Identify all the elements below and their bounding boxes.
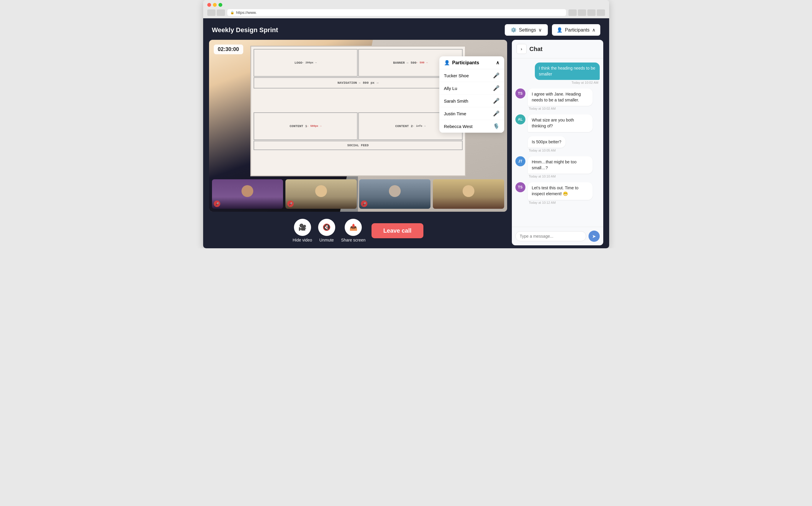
whiteboard-grid: LOGO← 200px → BANNER ← 500← 500 → NAVIGA… (251, 47, 465, 175)
nav-squares-2 (217, 9, 225, 16)
settings-button[interactable]: ⚙️ Settings ∨ (505, 24, 548, 36)
controls-bar: 🎥 Hide video 🔇 Unmute 📤 Share screen Lea… (209, 215, 507, 245)
avatar-justin: JT (515, 156, 525, 166)
participants-dropdown[interactable]: 👤 Participants ∧ (552, 24, 600, 36)
mute-icon-3: 🎤 (361, 200, 367, 207)
close-dot[interactable] (207, 3, 211, 7)
share-screen-icon: 📤 (345, 219, 362, 236)
chat-messages: I think the heading needs to be smaller … (512, 58, 603, 227)
whiteboard: LOGO← 200px → BANNER ← 500← 500 → NAVIGA… (250, 46, 466, 176)
send-button[interactable]: ➤ (589, 231, 600, 242)
meeting-timer: 02:30:00 (214, 45, 243, 54)
participant-name-sarah: Sarah Smith (444, 98, 493, 103)
window-control-dots (207, 3, 222, 7)
mic-muted-icon-ally: 🎤 (493, 85, 500, 91)
share-screen-label: Share screen (341, 238, 366, 242)
avatar-ally: AL (515, 114, 525, 124)
mute-icon: 🔇 (318, 219, 335, 236)
chevron-down-icon: ∨ (538, 27, 542, 33)
participant-row-sarah: Sarah Smith 🎤 (439, 95, 504, 107)
wb-cell-logo: LOGO← 200px → (254, 49, 358, 77)
participant-name-ally: Ally Lu (444, 86, 493, 91)
chevron-right-icon: › (521, 47, 522, 51)
message-content-3: What size are you both thinking of? (528, 114, 593, 132)
avatar-tucker-2: TS (515, 182, 525, 192)
avatar-tucker: TS (515, 88, 525, 98)
participant-row-tucker: Tucker Shoe 🎤 (439, 69, 504, 82)
unmute-label: Unmute (319, 238, 334, 242)
chat-message-6: TS Let's test this out. Time to inspect … (515, 182, 600, 204)
app-container: Weekly Design Sprint ⚙️ Settings ∨ 👤 Par… (203, 18, 609, 248)
message-content-6: Let's test this out. Time to inspect ele… (528, 182, 593, 204)
browser-window: 🔒 https://www. Weekly Design Sprint ⚙️ S… (203, 0, 609, 248)
nav-buttons (207, 9, 225, 16)
participants-icon: 👤 (557, 27, 562, 33)
mic-muted-icon-justin: 🎤 (493, 110, 500, 117)
maximize-dot[interactable] (218, 3, 222, 7)
chat-header: › Chat (512, 40, 603, 58)
main-video: LOGO← 200px → BANNER ← 500← 500 → NAVIGA… (209, 40, 507, 212)
browser-toolbar: 🔒 https://www. (203, 9, 609, 18)
message-bubble-2: I agree with Jane. Heading needs to be a… (528, 88, 593, 106)
minimize-dot[interactable] (213, 3, 217, 7)
participant-thumbnail-2: 🎤 (285, 179, 357, 209)
message-bubble-3: What size are you both thinking of? (528, 114, 593, 132)
hide-video-button[interactable]: 🎥 Hide video (292, 219, 312, 242)
chat-panel: › Chat I think the heading needs to be s… (512, 40, 603, 245)
share-screen-button[interactable]: 📤 Share screen (341, 219, 366, 242)
message-bubble-6: Let's test this out. Time to inspect ele… (528, 182, 593, 200)
message-bubble-4: Is 500px better? (528, 136, 565, 148)
address-bar[interactable]: 🔒 https://www. (227, 9, 566, 16)
meeting-title: Weekly Design Sprint (212, 26, 501, 34)
message-time-1: Today at 10:02 AM (570, 81, 600, 84)
participants-label: Participants (565, 27, 590, 33)
chat-message-1: I think the heading needs to be smaller … (515, 63, 600, 84)
participant-row-justin: Justin Time 🎤 (439, 107, 504, 120)
mute-icon-1: 🎤 (214, 200, 220, 207)
browser-action-buttons (568, 9, 605, 16)
mic-muted-icon-tucker: 🎤 (493, 72, 500, 79)
video-section: LOGO← 200px → BANNER ← 500← 500 → NAVIGA… (209, 40, 507, 245)
leave-call-button[interactable]: Leave call (371, 223, 423, 238)
nav-squares-1 (207, 9, 215, 16)
participants-header-label: Participants (452, 60, 479, 66)
action-btn-3[interactable] (587, 9, 596, 16)
message-bubble-5: Hmm…that might be too small…? (528, 156, 593, 174)
message-content-2: I agree with Jane. Heading needs to be a… (528, 88, 593, 110)
participant-row-rebecca: Rebecca West 🎙️ (439, 120, 504, 133)
settings-label: Settings (519, 27, 536, 33)
participant-thumbnail-1: 🎤 (212, 179, 283, 209)
message-time-4: Today at 10:05 AM (528, 149, 565, 152)
action-btn-4[interactable] (597, 9, 605, 16)
message-time-6: Today at 10:12 AM (528, 201, 593, 204)
participants-panel-header: 👤 Participants ∧ (439, 56, 504, 69)
participant-name-rebecca: Rebecca West (444, 124, 493, 129)
browser-titlebar (203, 0, 609, 9)
chat-message-4: Is 500px better? Today at 10:05 AM (515, 136, 600, 153)
participant-row-ally: Ally Lu 🎤 (439, 82, 504, 95)
unmute-button[interactable]: 🔇 Unmute (318, 219, 335, 242)
url-text: https://www. (236, 10, 257, 15)
collapse-icon[interactable]: ∧ (496, 60, 500, 66)
thumbnail-strip: 🎤 🎤 🎤 (212, 179, 504, 209)
message-time-2: Today at 10:02 AM (528, 107, 593, 110)
participant-thumbnail-3: 🎤 (359, 179, 431, 209)
wb-cell-navigation: NAVIGATION ← 800 px → (254, 77, 463, 88)
chat-message-2: TS I agree with Jane. Heading needs to b… (515, 88, 600, 110)
send-icon: ➤ (592, 234, 596, 239)
chevron-up-icon: ∧ (592, 27, 596, 33)
participant-name-justin: Justin Time (444, 111, 493, 116)
action-btn-2[interactable] (578, 9, 586, 16)
app-header: Weekly Design Sprint ⚙️ Settings ∨ 👤 Par… (203, 18, 609, 40)
participants-panel: 👤 Participants ∧ Tucker Shoe 🎤 Ally Lu 🎤 (439, 56, 504, 133)
message-content-4: Is 500px better? Today at 10:05 AM (528, 136, 565, 153)
chat-message-5: JT Hmm…that might be too small…? Today a… (515, 156, 600, 178)
message-input[interactable] (515, 231, 586, 241)
mic-muted-icon-sarah: 🎤 (493, 98, 500, 104)
wb-cell-content1: CONTENT 1← 500px → (254, 112, 358, 140)
chat-collapse-button[interactable]: › (517, 44, 527, 54)
participant-name-tucker: Tucker Shoe (444, 73, 493, 78)
wb-cell-social: SOCIAL FEED (254, 141, 463, 150)
action-btn-1[interactable] (568, 9, 577, 16)
lock-icon: 🔒 (230, 11, 235, 14)
